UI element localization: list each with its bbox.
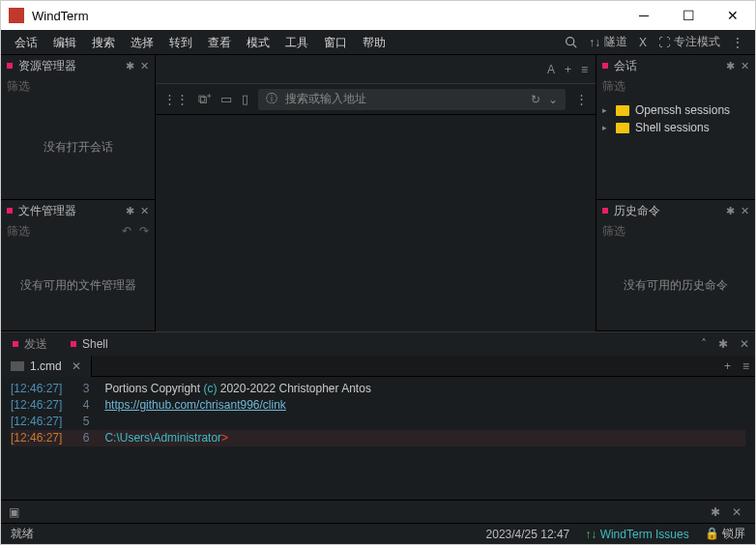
toolbar-strip: ▣ ✱ ✕ bbox=[1, 500, 755, 523]
menu-mode[interactable]: 模式 bbox=[239, 30, 277, 55]
file-filter[interactable]: 筛选 ↶ ↷ bbox=[1, 221, 155, 241]
menu-select[interactable]: 选择 bbox=[123, 30, 161, 55]
menu-goto[interactable]: 转到 bbox=[161, 30, 200, 55]
focus-mode-button[interactable]: ⛶ 专注模式 bbox=[653, 34, 726, 50]
address-placeholder: 搜索或输入地址 bbox=[285, 91, 366, 107]
menubar: 会话 编辑 搜索 选择 转到 查看 模式 工具 窗口 帮助 ↑↓ 隧道 X ⛶ … bbox=[1, 30, 755, 55]
grip-icon[interactable]: ⋮⋮ bbox=[163, 92, 189, 106]
gear-icon[interactable]: ✱ bbox=[726, 60, 735, 72]
close-icon[interactable]: ✕ bbox=[734, 337, 755, 351]
terminal[interactable]: [12:46:27]3Portions Copyright (c) 2020-2… bbox=[1, 377, 755, 500]
sessions-filter[interactable]: 筛选 bbox=[596, 76, 755, 96]
sessions-panel-header[interactable]: 会话 ✱ ✕ bbox=[596, 55, 755, 76]
more-icon[interactable]: ⋮ bbox=[575, 92, 588, 106]
close-icon[interactable]: ✕ bbox=[140, 205, 149, 217]
close-icon[interactable]: ✕ bbox=[140, 60, 149, 72]
split-h-icon[interactable]: ▭ bbox=[220, 92, 232, 106]
gear-icon[interactable]: ✱ bbox=[126, 60, 134, 72]
svg-point-0 bbox=[567, 38, 574, 45]
gear-icon[interactable]: ✱ bbox=[726, 205, 735, 217]
status-issues[interactable]: ↑↓ WindTerm Issues bbox=[585, 528, 688, 541]
resource-empty: 没有打开会话 bbox=[1, 96, 155, 199]
session-tab-cmd[interactable]: 1.cmd ✕ bbox=[1, 356, 92, 377]
center-body bbox=[156, 115, 596, 331]
chevron-right-icon: ▸ bbox=[602, 105, 610, 115]
tab-send[interactable]: 发送 bbox=[1, 332, 59, 356]
titlebar: WindTerm ─ ☐ ✕ bbox=[1, 1, 755, 30]
close-icon[interactable]: ✕ bbox=[741, 205, 749, 217]
tree-item-shell[interactable]: ▸ Shell sessions bbox=[598, 119, 753, 136]
gear-icon[interactable]: ✱ bbox=[126, 205, 134, 217]
info-icon: ⓘ bbox=[266, 91, 277, 107]
menu-search[interactable]: 搜索 bbox=[84, 30, 123, 55]
tunnel-button[interactable]: ↑↓ 隧道 bbox=[583, 34, 633, 50]
menu-more-icon[interactable]: ⋮ bbox=[726, 36, 749, 49]
menu-tools[interactable]: 工具 bbox=[277, 30, 316, 55]
status-datetime: 2023/4/25 12:47 bbox=[486, 528, 570, 541]
panel-dot-icon bbox=[602, 63, 608, 69]
menu-edit[interactable]: 编辑 bbox=[45, 30, 84, 55]
close-icon[interactable]: ✕ bbox=[72, 356, 81, 377]
gear-icon[interactable]: ✱ bbox=[712, 337, 734, 351]
panel-icon[interactable]: ▣ bbox=[9, 505, 19, 519]
forward-icon[interactable]: ↷ bbox=[139, 224, 149, 238]
font-indicator[interactable]: A bbox=[547, 63, 555, 76]
tree-item-openssh[interactable]: ▸ Openssh sessions bbox=[598, 101, 753, 119]
menu-window[interactable]: 窗口 bbox=[316, 30, 355, 55]
menu-session[interactable]: 会话 bbox=[7, 30, 45, 55]
close-button[interactable]: ✕ bbox=[711, 1, 755, 30]
search-icon[interactable] bbox=[559, 36, 583, 48]
resource-panel-header[interactable]: 资源管理器 ✱ ✕ bbox=[1, 55, 155, 76]
chevron-up-icon[interactable]: ˄ bbox=[695, 337, 712, 351]
address-bar[interactable]: ⓘ 搜索或输入地址 ↻ ⌄ bbox=[258, 89, 566, 110]
app-logo bbox=[9, 8, 24, 23]
folder-icon bbox=[616, 105, 629, 116]
status-ready: 就绪 bbox=[11, 526, 34, 542]
reload-icon[interactable]: ↻ bbox=[531, 93, 540, 106]
menu-icon[interactable]: ≡ bbox=[737, 359, 755, 373]
history-empty: 没有可用的历史命令 bbox=[596, 241, 755, 330]
panel-dot-icon bbox=[7, 63, 13, 69]
menu-view[interactable]: 查看 bbox=[200, 30, 239, 55]
svg-line-1 bbox=[573, 44, 576, 47]
file-panel-header[interactable]: 文件管理器 ✱ ✕ bbox=[1, 200, 155, 221]
menu-icon[interactable]: ≡ bbox=[581, 63, 588, 76]
history-panel-header[interactable]: 历史命令 ✱ ✕ bbox=[596, 200, 755, 221]
center-top-toolbar: A + ≡ bbox=[156, 55, 596, 84]
chevron-down-icon[interactable]: ⌄ bbox=[548, 93, 558, 106]
maximize-button[interactable]: ☐ bbox=[666, 1, 711, 30]
gear-icon[interactable]: ✱ bbox=[705, 505, 726, 519]
panel-dot-icon bbox=[602, 208, 608, 214]
window-title: WindTerm bbox=[32, 9, 622, 23]
bottom-tabs: 发送 Shell ˄ ✱ ✕ bbox=[1, 332, 755, 356]
file-empty: 没有可用的文件管理器 bbox=[1, 241, 155, 330]
clink-link[interactable]: https://github.com/chrisant996/clink bbox=[104, 397, 285, 414]
minimize-button[interactable]: ─ bbox=[622, 1, 666, 30]
menu-help[interactable]: 帮助 bbox=[355, 30, 393, 55]
plus-icon[interactable]: + bbox=[565, 63, 571, 76]
folder-icon bbox=[616, 123, 629, 133]
new-tab-icon[interactable]: ⧉⁺ bbox=[198, 92, 211, 107]
plus-icon[interactable]: + bbox=[718, 359, 737, 373]
cmd-icon bbox=[11, 361, 24, 371]
split-v-icon[interactable]: ▯ bbox=[242, 92, 248, 106]
x-button[interactable]: X bbox=[633, 36, 653, 49]
back-icon[interactable]: ↶ bbox=[122, 224, 131, 238]
close-icon[interactable]: ✕ bbox=[726, 505, 747, 519]
resource-filter[interactable]: 筛选 bbox=[1, 76, 155, 96]
status-lock[interactable]: 🔒 锁屏 bbox=[705, 526, 745, 542]
history-filter[interactable]: 筛选 bbox=[596, 221, 755, 241]
tab-shell[interactable]: Shell bbox=[59, 332, 120, 356]
chevron-right-icon: ▸ bbox=[602, 123, 610, 132]
statusbar: 就绪 2023/4/25 12:47 ↑↓ WindTerm Issues 🔒 … bbox=[1, 523, 755, 544]
panel-dot-icon bbox=[7, 208, 13, 214]
close-icon[interactable]: ✕ bbox=[741, 60, 749, 72]
